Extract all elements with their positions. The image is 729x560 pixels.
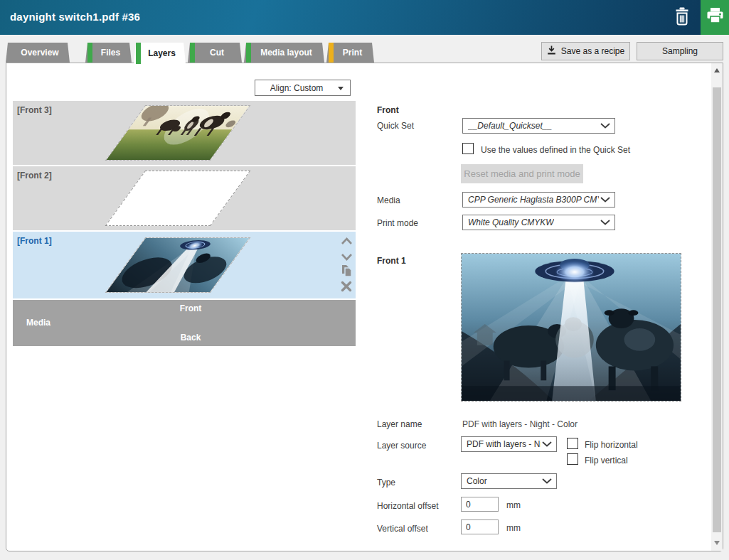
horizontal-offset-unit: mm — [506, 500, 521, 510]
type-label: Type — [377, 478, 395, 488]
layer-thumbnail-front1[interactable] — [105, 237, 251, 293]
layer-source-value: PDF with layers - Night — [467, 439, 541, 449]
layer-row-label: [Front 3] — [17, 105, 52, 115]
media-label: Media — [377, 195, 400, 205]
save-as-recipe-label: Save as a recipe — [561, 46, 624, 56]
front-section-title: Front — [377, 105, 399, 115]
tab-label: Media layout — [256, 48, 312, 58]
horizontal-offset-label: Horizontal offset — [377, 501, 439, 511]
tab-files[interactable]: Files — [85, 43, 132, 63]
media-band-media-label: Media — [26, 318, 50, 328]
layer-row-front1[interactable]: [Front 1] — [13, 232, 356, 298]
media-value: CPP Generic Haglasta B300P CMYKSS-AU-1 — [468, 195, 599, 205]
layer-source-dropdown[interactable]: PDF with layers - Night — [461, 436, 557, 452]
chevron-down-icon — [600, 217, 610, 227]
arrow-down-icon[interactable] — [714, 541, 720, 545]
save-as-recipe-button[interactable]: Save as a recipe — [541, 42, 630, 60]
tab-layers[interactable]: Layers — [134, 43, 186, 64]
media-band-back-label: Back — [13, 333, 356, 343]
print-mode-value: White Quality CMYKW — [468, 217, 554, 227]
tab-label: Files — [97, 48, 120, 58]
close-icon — [341, 281, 352, 295]
layer-move-down-button[interactable] — [339, 251, 353, 264]
quick-set-label: Quick Set — [377, 121, 414, 131]
use-quickset-label: Use the values defined in the Quick Set — [481, 145, 630, 155]
flip-horizontal-label: Flip horizontal — [585, 440, 638, 450]
chevron-down-icon — [600, 195, 610, 205]
tab-status-stripe — [87, 43, 92, 63]
flip-horizontal-checkbox[interactable] — [567, 438, 578, 449]
layer-row-front2[interactable]: [Front 2] — [13, 166, 356, 230]
horizontal-offset-input[interactable] — [461, 497, 499, 512]
reset-button-label: Reset media and print mode — [464, 168, 580, 179]
align-dropdown[interactable]: Align: Custom — [255, 80, 351, 96]
media-band: Front Media Back — [13, 300, 356, 346]
tab-label: Overview — [16, 48, 58, 58]
layer-delete-button[interactable] — [339, 281, 353, 294]
tab-label: Cut — [206, 48, 224, 58]
layer-row-label: [Front 1] — [17, 236, 52, 246]
layer-preview-image — [461, 253, 681, 402]
tab-status-stripe — [190, 43, 195, 63]
media-band-front-label: Front — [13, 303, 356, 313]
job-title: daynight switch1.pdf #36 — [10, 11, 140, 23]
printer-icon — [706, 8, 724, 27]
tab-label: Print — [339, 48, 362, 58]
chevron-down-icon — [542, 476, 552, 486]
chevron-up-icon — [341, 235, 353, 248]
tab-status-stripe — [136, 43, 141, 64]
trash-icon — [674, 7, 690, 29]
layer-thumbnail-front2[interactable] — [105, 171, 251, 226]
type-dropdown[interactable]: Color — [461, 473, 557, 489]
print-mode-label: Print mode — [377, 218, 418, 228]
print-mode-dropdown[interactable]: White Quality CMYKW — [462, 215, 615, 230]
reset-media-print-mode-button[interactable]: Reset media and print mode — [461, 164, 583, 183]
tab-cut[interactable]: Cut — [188, 43, 242, 63]
front1-section-title: Front 1 — [377, 256, 406, 266]
tab-overview[interactable]: Overview — [6, 43, 70, 63]
print-button[interactable] — [701, 0, 729, 35]
tab-label: Layers — [144, 48, 176, 58]
sampling-button[interactable]: Sampling — [637, 42, 723, 60]
tab-media-layout[interactable]: Media layout — [244, 43, 324, 63]
use-quickset-checkbox[interactable] — [462, 143, 474, 154]
arrow-up-icon[interactable] — [714, 68, 720, 72]
app-window: daynight switch1.pdf #36 Overview — [0, 0, 729, 560]
chevron-down-icon — [542, 439, 552, 449]
tab-status-stripe — [246, 43, 251, 63]
flip-vertical-checkbox[interactable] — [567, 453, 578, 465]
layer-move-up-button[interactable] — [339, 235, 353, 248]
tab-status-stripe — [329, 43, 334, 63]
delete-job-button[interactable] — [666, 6, 698, 30]
layer-row-front3[interactable]: [Front 3] — [13, 101, 356, 165]
download-icon — [547, 45, 556, 57]
quick-set-dropdown[interactable]: __Default_Quickset__ — [462, 118, 615, 134]
vertical-offset-label: Vertical offset — [377, 524, 428, 534]
quick-set-value: __Default_Quickset__ — [468, 121, 552, 131]
sampling-label: Sampling — [662, 46, 698, 56]
flip-vertical-label: Flip vertical — [585, 456, 628, 465]
layer-row-label: [Front 2] — [17, 171, 52, 181]
type-value: Color — [467, 476, 487, 486]
vertical-offset-input[interactable] — [461, 519, 499, 534]
duplicate-icon — [341, 264, 353, 281]
chevron-down-icon — [338, 87, 344, 90]
layer-name-label: Layer name — [377, 419, 422, 429]
tab-print[interactable]: Print — [326, 43, 374, 63]
chevron-down-icon — [341, 251, 353, 264]
layer-duplicate-button[interactable] — [339, 266, 353, 279]
chevron-down-icon — [600, 121, 610, 131]
vertical-offset-unit: mm — [506, 523, 521, 533]
media-dropdown[interactable]: CPP Generic Haglasta B300P CMYKSS-AU-1 — [462, 192, 615, 208]
scrollbar-thumb[interactable] — [713, 87, 721, 532]
layer-source-label: Layer source — [377, 441, 426, 451]
layer-thumbnail-front3[interactable] — [105, 105, 251, 161]
layer-name-value: PDF with layers - Night - Color — [462, 419, 578, 429]
align-dropdown-value: Align: Custom — [270, 83, 324, 93]
